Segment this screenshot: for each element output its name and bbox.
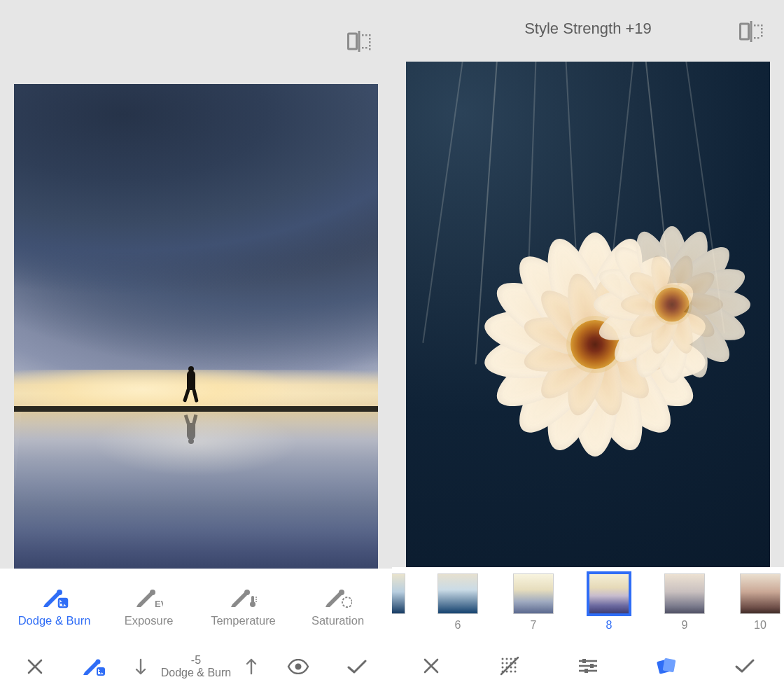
apply-button[interactable] [725, 657, 764, 674]
svg-rect-34 [761, 25, 763, 27]
svg-point-25 [95, 660, 100, 664]
svg-rect-5 [369, 38, 371, 40]
right-pane: Style Strength +19 [392, 0, 784, 689]
photo-preview[interactable] [14, 84, 378, 569]
right-canvas[interactable]: Style Strength +19 [392, 0, 784, 567]
svg-rect-39 [757, 37, 760, 39]
svg-point-15 [150, 590, 155, 595]
left-pane: Dodge & Burn EV Exposure [0, 0, 392, 689]
svg-point-23 [339, 590, 344, 595]
brush-saturation[interactable]: Saturation [293, 586, 384, 627]
svg-point-50 [510, 667, 512, 669]
compare-icon[interactable] [347, 31, 371, 52]
texture-button[interactable] [490, 656, 529, 676]
apply-button[interactable] [339, 658, 375, 675]
decrease-arrow-icon[interactable] [134, 657, 147, 676]
svg-point-45 [506, 662, 508, 664]
right-bottom-bar [392, 643, 784, 689]
svg-rect-4 [369, 34, 371, 36]
svg-rect-6 [369, 41, 371, 43]
svg-point-44 [502, 662, 504, 664]
cancel-button[interactable] [412, 657, 451, 675]
svg-point-40 [502, 658, 504, 660]
svg-rect-37 [761, 35, 763, 37]
brush-label: Dodge & Burn [18, 614, 91, 627]
svg-point-24 [342, 597, 352, 607]
brush-icon: EV [135, 586, 163, 608]
svg-rect-61 [590, 664, 594, 668]
filter-9[interactable]: 9 [647, 574, 722, 632]
increase-arrow-icon[interactable] [245, 657, 258, 676]
svg-rect-60 [582, 659, 586, 663]
filter-6[interactable]: 6 [420, 574, 496, 632]
brush-icon [41, 586, 69, 608]
svg-rect-36 [761, 32, 763, 34]
svg-point-55 [514, 671, 517, 673]
svg-point-11 [57, 590, 62, 595]
brush-tool-button[interactable] [76, 657, 112, 676]
cancel-button[interactable] [17, 657, 53, 676]
brush-temperature[interactable]: Temperature [198, 586, 289, 627]
filter-7[interactable]: 7 [496, 574, 571, 632]
preview-button[interactable] [280, 659, 316, 674]
svg-point-41 [506, 658, 508, 660]
svg-point-17 [244, 590, 250, 595]
svg-rect-30 [741, 24, 749, 39]
svg-point-19 [250, 601, 255, 607]
filter-strip[interactable]: 6 7 8 9 10 [392, 567, 784, 643]
svg-rect-0 [349, 34, 357, 49]
param-value-label: -5 Dodge & Burn [161, 654, 232, 680]
brush-label: Temperature [211, 614, 276, 627]
svg-point-48 [502, 667, 504, 669]
svg-point-42 [510, 658, 512, 660]
svg-rect-38 [754, 37, 756, 39]
svg-point-51 [514, 667, 517, 669]
svg-rect-35 [761, 28, 763, 30]
svg-point-53 [506, 671, 508, 673]
adjust-button[interactable] [568, 657, 608, 674]
svg-rect-9 [365, 47, 368, 49]
brush-dodge-burn[interactable]: Dodge & Burn [9, 586, 100, 627]
brush-icon [230, 586, 258, 608]
svg-point-54 [510, 671, 512, 673]
brush-row: Dodge & Burn EV Exposure [0, 569, 392, 644]
filter-10[interactable]: 10 [722, 574, 784, 632]
svg-rect-7 [369, 45, 371, 47]
param-readout[interactable]: -5 Dodge & Burn [134, 654, 258, 680]
left-bottom-bar: -5 Dodge & Burn [0, 644, 392, 689]
filter-8[interactable]: 8 [571, 574, 647, 632]
photo-preview[interactable] [406, 62, 770, 567]
brush-icon [324, 586, 352, 608]
svg-rect-3 [365, 34, 368, 36]
svg-rect-62 [584, 669, 588, 673]
brush-label: Exposure [125, 614, 174, 627]
svg-rect-10 [369, 48, 371, 50]
status-label: Style Strength +19 [392, 20, 784, 38]
svg-rect-33 [757, 25, 760, 27]
svg-rect-64 [663, 658, 676, 673]
styles-button[interactable] [647, 657, 686, 675]
left-canvas[interactable] [0, 0, 392, 569]
svg-point-29 [295, 664, 302, 670]
compare-icon[interactable] [739, 21, 763, 42]
brush-label: Saturation [312, 614, 364, 627]
filter-prev[interactable] [392, 574, 420, 619]
svg-point-47 [514, 662, 517, 664]
svg-rect-8 [362, 47, 364, 49]
brush-exposure[interactable]: EV Exposure [104, 586, 195, 627]
svg-text:EV: EV [155, 599, 163, 608]
svg-rect-2 [362, 34, 364, 36]
svg-rect-32 [754, 25, 756, 27]
